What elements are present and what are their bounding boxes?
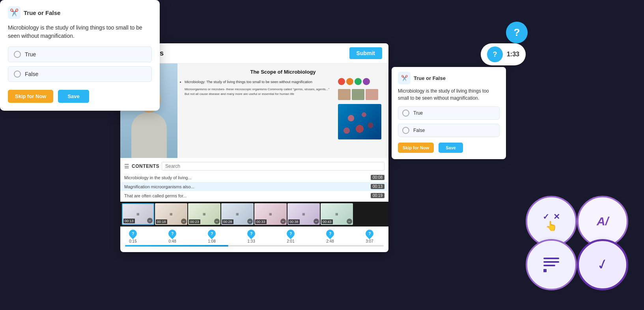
tof-popup-left: ✂️ True or False Microbiology is the stu… bbox=[0, 0, 160, 111]
pin-time-2: 0:48 bbox=[168, 239, 176, 243]
list-line-1 bbox=[543, 258, 559, 259]
pin-time-5: 2:01 bbox=[287, 239, 294, 243]
circle-red bbox=[338, 78, 345, 85]
list-line-2 bbox=[543, 261, 559, 263]
timeline-bar[interactable] bbox=[125, 245, 384, 247]
tof-option-false-left[interactable]: False bbox=[8, 66, 152, 82]
micro-images bbox=[338, 89, 381, 100]
contents-item-time-1: 00:08 bbox=[371, 175, 385, 180]
video-area: The Scope of Microbiology Microbiology: … bbox=[120, 63, 388, 158]
thumb-6[interactable]: ▦ 00:38 − bbox=[287, 203, 320, 225]
slide-body: Microbiology: The study of living things… bbox=[185, 78, 381, 152]
quiz-feature-icon: ✓ ✕ 👆 bbox=[539, 210, 563, 233]
tof-icon-right: ✂️ bbox=[398, 72, 411, 84]
tof-radio-false-left[interactable] bbox=[14, 71, 21, 78]
tof-header-right: ✂️ True or False bbox=[398, 72, 500, 84]
save-button-right[interactable]: Save bbox=[439, 143, 463, 153]
tof-options-left: True False bbox=[8, 46, 152, 82]
timer-badge: ? 1:33 bbox=[481, 43, 526, 65]
tof-option-true-right[interactable]: True bbox=[398, 106, 500, 120]
thumb-3[interactable]: ▦ 00:23 − bbox=[188, 203, 220, 225]
list-feature-button[interactable] bbox=[526, 239, 577, 290]
save-button-left[interactable]: Save bbox=[58, 90, 89, 103]
spelling-feature-icon: A/ bbox=[597, 215, 609, 227]
thumb-time-2: 00:18 bbox=[156, 219, 167, 224]
list-feature-icon bbox=[540, 254, 562, 275]
contents-item-1[interactable]: Microbiology in the study of living... 0… bbox=[120, 173, 388, 182]
contents-label: CONTENTS bbox=[132, 163, 159, 169]
timeline-pin-5[interactable]: 2:01 bbox=[287, 230, 295, 243]
tof-icon-left: ✂️ bbox=[8, 6, 21, 19]
thumb-minus-3[interactable]: − bbox=[214, 219, 220, 224]
pin-icon-7 bbox=[364, 228, 375, 239]
pin-icon-2 bbox=[167, 228, 178, 239]
timeline-area: 0:15 0:48 1:08 1:33 2:01 2:48 bbox=[120, 226, 388, 249]
micro-img-1 bbox=[338, 89, 351, 100]
pin-time-3: 1:08 bbox=[208, 239, 215, 243]
tof-label-true-left: True bbox=[25, 51, 36, 58]
timeline-progress bbox=[125, 245, 228, 247]
thumb-minus-5[interactable]: − bbox=[280, 219, 286, 224]
tof-header-left: ✂️ True or False bbox=[8, 6, 152, 19]
pin-time-6: 2:48 bbox=[326, 239, 334, 243]
pin-time-7: 3:07 bbox=[366, 239, 373, 243]
tof-actions-right: Skip for Now Save bbox=[398, 143, 500, 153]
contents-item-3[interactable]: That are often called germs for... 00:19 bbox=[120, 191, 388, 200]
tof-radio-false-right[interactable] bbox=[402, 127, 409, 134]
timer-icon: ? bbox=[487, 46, 503, 62]
skip-button-right[interactable]: Skip for Now bbox=[398, 143, 434, 153]
thumbnails-strip: ▦ 00:13 − ▦ 00:18 − ▦ 00:23 − ▦ 00:28 − … bbox=[120, 202, 388, 226]
tof-option-true-left[interactable]: True bbox=[8, 46, 152, 62]
micro-img-2 bbox=[352, 89, 364, 100]
pin-icon-3 bbox=[206, 228, 217, 239]
thumb-time-3: 00:23 bbox=[189, 219, 200, 224]
review-feature-button[interactable]: ✓ bbox=[577, 239, 628, 290]
tof-actions-left: Skip for Now Save bbox=[8, 90, 152, 103]
thumb-2[interactable]: ▦ 00:18 − bbox=[155, 203, 187, 225]
contents-list-icon: ☰ bbox=[124, 163, 129, 169]
review-feature-icon: ✓ bbox=[595, 255, 610, 274]
thumb-7[interactable]: ▦ 00:43 − bbox=[321, 203, 353, 225]
tof-question-left: Microbiology is the study of living thin… bbox=[8, 24, 152, 40]
tof-label-false-left: False bbox=[25, 71, 38, 77]
main-player: al Systems Submit The Scope of Microbiol… bbox=[120, 43, 388, 252]
thumb-minus-7[interactable]: − bbox=[347, 219, 352, 224]
tof-radio-true-right[interactable] bbox=[402, 110, 409, 117]
thumb-1[interactable]: ▦ 00:13 − bbox=[122, 203, 154, 225]
timeline-pin-6[interactable]: 2:48 bbox=[326, 230, 334, 243]
help-button[interactable]: ? bbox=[506, 22, 528, 43]
thumb-time-5: 00:33 bbox=[255, 219, 267, 224]
timeline-pin-7[interactable]: 3:07 bbox=[366, 230, 373, 243]
tof-options-right: True False bbox=[398, 106, 500, 137]
tof-radio-true-left[interactable] bbox=[14, 51, 21, 58]
tof-option-false-right[interactable]: False bbox=[398, 124, 500, 137]
circle-green bbox=[355, 78, 362, 85]
submit-button[interactable]: Submit bbox=[349, 47, 382, 59]
timeline-pin-1[interactable]: 0:15 bbox=[129, 230, 137, 243]
thumb-minus-4[interactable]: − bbox=[247, 219, 253, 224]
feature-icons: ✓ ✕ 👆 A/ ✓ bbox=[526, 196, 628, 290]
pin-icon-1 bbox=[127, 228, 138, 239]
contents-header: ☰ CONTENTS bbox=[120, 160, 388, 173]
thumb-minus-6[interactable]: − bbox=[314, 219, 319, 224]
slide-para: Microorganisms or microbes- these micros… bbox=[185, 87, 333, 97]
color-circles bbox=[338, 78, 381, 85]
thumb-4[interactable]: ▦ 00:28 − bbox=[221, 203, 254, 225]
contents-item-time-2: 00:13 bbox=[371, 184, 385, 189]
contents-item-text-2: Magnification microorganisms also... bbox=[124, 184, 194, 189]
tof-popup-right: ✂️ True or False Microbiology is the stu… bbox=[392, 67, 506, 159]
thumb-minus-1[interactable]: − bbox=[147, 218, 153, 223]
tof-label-false-right: False bbox=[413, 128, 425, 133]
contents-search-input[interactable] bbox=[162, 162, 385, 171]
thumb-5[interactable]: ▦ 00:33 − bbox=[254, 203, 287, 225]
skip-button-left[interactable]: Skip for Now bbox=[8, 90, 53, 103]
circle-orange bbox=[346, 78, 353, 85]
pin-icon-5 bbox=[285, 228, 296, 239]
timeline-pin-4[interactable]: 1:33 bbox=[247, 230, 255, 243]
timeline-pin-3[interactable]: 1:08 bbox=[208, 230, 216, 243]
thumb-time-6: 00:38 bbox=[288, 219, 300, 224]
contents-item-2[interactable]: Magnification microorganisms also... 00:… bbox=[120, 182, 388, 191]
thumb-minus-2[interactable]: − bbox=[181, 219, 187, 224]
slide-images bbox=[338, 78, 381, 152]
timeline-pin-2[interactable]: 0:48 bbox=[168, 230, 176, 243]
